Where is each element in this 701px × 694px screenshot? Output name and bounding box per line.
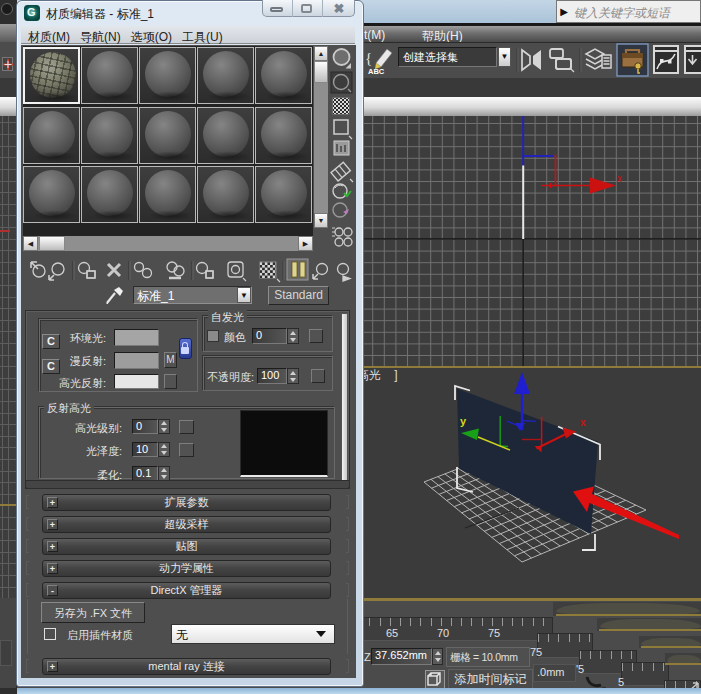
svg-text:{: { (365, 50, 372, 66)
svg-text:x: x (580, 417, 586, 428)
svg-text:y: y (460, 415, 467, 427)
svg-text:x: x (617, 173, 622, 184)
svg-text:ABC: ABC (368, 67, 385, 76)
